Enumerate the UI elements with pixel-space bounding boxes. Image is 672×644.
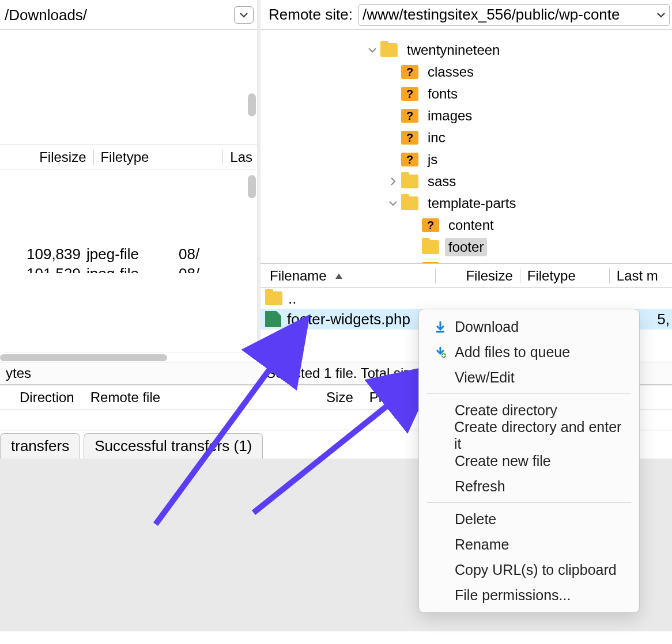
col-filename[interactable]: Filename xyxy=(265,268,349,284)
menu-download[interactable]: Download xyxy=(419,314,639,339)
col-direction[interactable]: Direction xyxy=(12,389,82,406)
tree-label: fonts xyxy=(424,85,461,103)
tree-item[interactable]: ?inc xyxy=(261,127,672,149)
remote-site-label: Remote site: xyxy=(261,6,358,24)
unknown-folder-icon: ? xyxy=(401,109,418,123)
local-path[interactable]: /Downloads/ xyxy=(0,4,234,26)
file-context-menu: Download Add files to queue View/Edit Cr… xyxy=(418,309,640,613)
unknown-folder-icon: ? xyxy=(401,153,418,166)
parent-dir-row[interactable]: .. xyxy=(261,288,672,309)
file-size-trail: 5, xyxy=(657,310,672,328)
col-modified[interactable]: Las xyxy=(225,149,257,165)
col-filetype[interactable]: Filetype xyxy=(96,149,153,165)
tree-item[interactable]: ?header xyxy=(261,258,672,264)
expander-icon[interactable] xyxy=(385,177,401,186)
tab-failed-transfers[interactable]: transfers xyxy=(0,433,80,459)
annotation-arrow-icon xyxy=(242,357,438,518)
col-filesize[interactable]: Filesize xyxy=(461,268,517,284)
menu-add-to-queue[interactable]: Add files to queue xyxy=(419,339,639,365)
menu-create-directory-enter[interactable]: Create directory and enter it xyxy=(419,423,639,448)
menu-copy-url[interactable]: Copy URL(s) to clipboard xyxy=(419,557,639,582)
chevron-down-icon xyxy=(656,6,666,24)
expander-icon[interactable] xyxy=(385,199,401,208)
tree-item[interactable]: ?fonts xyxy=(261,83,672,105)
unknown-folder-icon: ? xyxy=(401,65,418,79)
col-filesize[interactable]: Filesize xyxy=(35,149,90,165)
local-tree-scrollbar[interactable] xyxy=(248,93,256,116)
tree-label: content xyxy=(445,216,497,234)
tree-item[interactable]: ?classes xyxy=(261,61,672,83)
download-icon xyxy=(432,320,449,333)
tree-item[interactable]: sass xyxy=(261,171,672,192)
tree-item[interactable]: template-parts xyxy=(261,192,672,214)
menu-view-edit[interactable]: View/Edit xyxy=(419,365,639,390)
tree-item[interactable]: ?content xyxy=(261,214,672,236)
menu-file-permissions[interactable]: File permissions... xyxy=(419,582,639,608)
tree-label: images xyxy=(424,107,475,125)
parent-dir-label: .. xyxy=(288,290,296,308)
local-list-scrollbar[interactable] xyxy=(248,175,256,198)
tree-label: classes xyxy=(424,63,477,81)
tree-label: inc xyxy=(424,128,449,147)
col-filetype[interactable]: Filetype xyxy=(523,268,580,284)
folder-icon xyxy=(380,43,398,57)
remote-path-combo[interactable]: /www/testingsitex_556/public/wp-conte xyxy=(358,4,670,26)
folder-icon xyxy=(422,240,439,254)
local-columns-header[interactable]: Filesize Filetype Las xyxy=(0,145,257,169)
local-tree-area[interactable] xyxy=(0,30,257,145)
tree-item[interactable]: ?images xyxy=(261,105,672,127)
tree-label: sass xyxy=(424,172,459,191)
menu-delete[interactable]: Delete xyxy=(419,506,639,532)
menu-rename[interactable]: Rename xyxy=(419,532,639,557)
local-file-list[interactable]: 109,839jpeg-file08/101,529jpeg-file08/12… xyxy=(0,169,257,273)
unknown-folder-icon: ? xyxy=(422,218,439,232)
folder-icon xyxy=(401,175,418,188)
unknown-folder-icon: ? xyxy=(401,131,418,145)
sort-asc-icon xyxy=(334,268,344,284)
tree-label: template-parts xyxy=(424,194,519,213)
tree-label: header xyxy=(445,260,495,264)
unknown-folder-icon: ? xyxy=(401,87,418,101)
menu-refresh[interactable]: Refresh xyxy=(419,473,639,499)
remote-path-text: /www/testingsitex_556/public/wp-conte xyxy=(363,6,620,24)
remote-columns-header[interactable]: Filename Filesize Filetype Last m xyxy=(261,264,672,288)
col-modified[interactable]: Last m xyxy=(612,268,663,284)
tree-label: twentynineteen xyxy=(403,41,503,59)
list-item[interactable]: 101,529jpeg-file08/ xyxy=(0,264,257,273)
local-site-bar: /Downloads/ xyxy=(0,0,257,30)
folder-icon xyxy=(265,291,282,305)
chevron-down-icon xyxy=(239,10,248,20)
remote-tree-area[interactable]: twentynineteen?classes?fonts?images?inc?… xyxy=(261,30,672,264)
add-queue-icon xyxy=(432,346,449,358)
tree-label: js xyxy=(424,150,441,169)
svg-line-2 xyxy=(254,374,426,513)
folder-icon xyxy=(401,196,418,210)
local-path-dropdown[interactable] xyxy=(234,6,254,24)
tree-item[interactable]: twentynineteen xyxy=(261,39,672,61)
scrollbar-thumb[interactable] xyxy=(0,354,167,361)
list-item[interactable]: 109,839jpeg-file08/ xyxy=(0,244,257,264)
tree-item[interactable]: ?js xyxy=(261,149,672,171)
remote-site-bar: Remote site: /www/testingsitex_556/publi… xyxy=(261,0,672,30)
tree-label: footer xyxy=(445,238,487,256)
tree-item[interactable]: footer xyxy=(261,236,672,258)
expander-icon[interactable] xyxy=(364,46,380,55)
